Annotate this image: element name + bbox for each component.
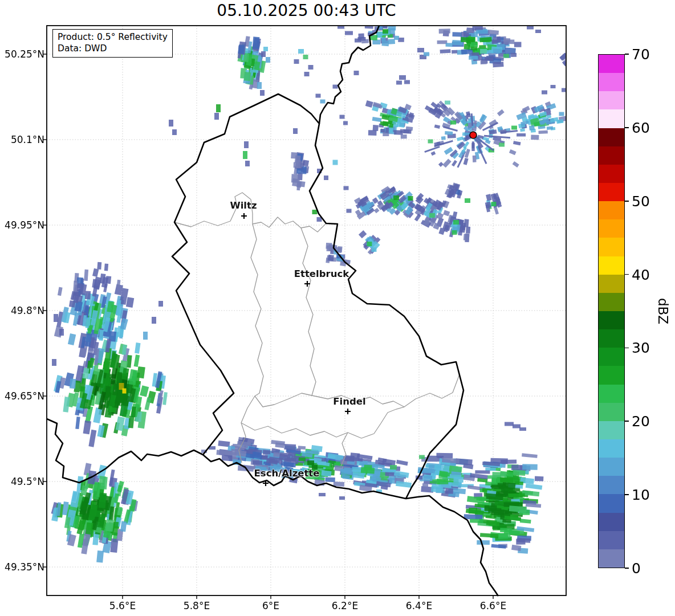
colorbar-segment	[599, 219, 624, 238]
y-tick-label: 49.95°N	[5, 219, 44, 231]
country-border	[47, 419, 203, 483]
colorbar-segment	[599, 329, 624, 348]
colorbar-segment	[599, 549, 624, 568]
colorbar-segment	[599, 238, 624, 256]
city-marker	[241, 213, 247, 219]
colorbar-segment	[599, 91, 624, 109]
y-tick-label: 49.8°N	[11, 305, 44, 316]
colorbar-segment	[599, 403, 624, 421]
colorbar-segment	[599, 146, 624, 165]
borders-layer	[0, 0, 675, 616]
colorbar-tick-label: 60	[632, 119, 650, 136]
colorbar-tick	[625, 494, 629, 495]
colorbar-segment	[599, 293, 624, 311]
data-source-line: Data: DWD	[58, 43, 168, 54]
colorbar-tick-label: 30	[632, 340, 650, 356]
colorbar-tick-label: 40	[632, 266, 650, 283]
colorbar-segment	[599, 55, 624, 73]
colorbar-tick-label: 50	[632, 193, 650, 209]
colorbar-tick	[625, 568, 629, 569]
colorbar-tick-label: 20	[632, 413, 650, 430]
country-border	[406, 496, 498, 596]
colorbar-segment	[599, 494, 624, 512]
district-border	[241, 407, 404, 438]
colorbar-segment	[599, 165, 624, 183]
colorbar-tick	[625, 201, 629, 202]
colorbar-tick-label: 70	[632, 46, 650, 63]
y-tick-label: 49.35°N	[5, 561, 44, 573]
map-plot	[0, 0, 675, 616]
district-border	[255, 228, 316, 407]
colorbar-tick	[625, 54, 629, 55]
x-tick-label: 6.6°E	[480, 600, 506, 611]
x-tick-label: 5.6°E	[109, 600, 136, 611]
colorbar-segment	[599, 476, 624, 494]
colorbar-tick	[625, 127, 629, 128]
colorbar-tick	[625, 274, 629, 275]
plot-frame	[47, 26, 566, 595]
y-tick-label: 50.25°N	[5, 48, 44, 60]
colorbar-tick	[625, 348, 629, 349]
colorbar-segment	[599, 311, 624, 329]
colorbar-tick-label: 10	[632, 487, 650, 503]
colorbar-segment	[599, 458, 624, 476]
radar-figure: 05.10.2025 00:43 UTC Product: 0.5° Refle…	[0, 0, 675, 616]
colorbar-segment	[599, 109, 624, 128]
colorbar-segment	[599, 513, 624, 531]
colorbar-segment	[599, 128, 624, 146]
colorbar-segment	[599, 531, 624, 549]
colorbar-segment	[599, 421, 624, 439]
colorbar-tick-label: 0	[632, 560, 641, 577]
city-marker	[345, 409, 351, 414]
x-tick-label: 6.4°E	[406, 600, 432, 611]
colorbar-title: dBZ	[656, 298, 670, 324]
x-tick-label: 6.2°E	[332, 600, 358, 611]
colorbar-segment	[599, 439, 624, 458]
x-tick-label: 5.8°E	[184, 600, 210, 611]
city-label-wiltz: Wiltz	[230, 200, 257, 211]
radar-site-dot	[470, 132, 477, 138]
colorbar-segment	[599, 183, 624, 201]
luxembourg-border	[172, 94, 463, 499]
colorbar-segment	[599, 348, 624, 366]
city-label-findel: Findel	[333, 396, 365, 407]
x-tick-label: 6°E	[262, 600, 279, 611]
colorbar-segment	[599, 275, 624, 293]
y-tick-label: 50.1°N	[11, 134, 44, 145]
colorbar-segment	[599, 366, 624, 384]
colorbar-segment	[599, 73, 624, 91]
colorbar	[598, 54, 625, 568]
y-tick-label: 49.65°N	[5, 390, 44, 402]
product-info-box: Product: 0.5° Reflectivity Data: DWD	[52, 29, 173, 58]
colorbar-segment	[599, 256, 624, 275]
district-border	[174, 193, 326, 232]
district-border	[341, 433, 348, 466]
colorbar-segment	[599, 385, 624, 403]
district-border	[239, 224, 263, 463]
colorbar-segment	[599, 201, 624, 219]
city-label-esch-alzette: Esch/Alzette	[254, 468, 320, 479]
colorbar-tick	[625, 421, 629, 422]
y-tick-label: 49.5°N	[11, 476, 44, 487]
product-line: Product: 0.5° Reflectivity	[58, 31, 168, 43]
city-label-ettelbruck: Ettelbruck	[294, 268, 349, 279]
country-border	[319, 26, 379, 124]
